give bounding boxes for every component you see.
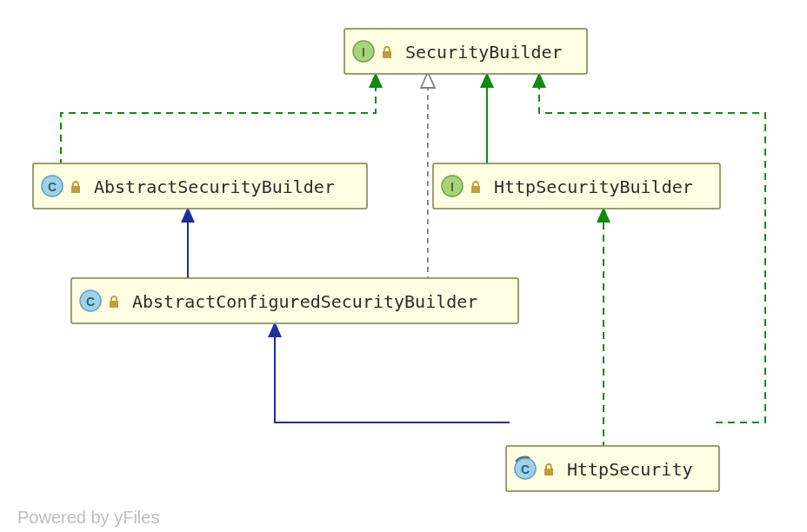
node-label: HttpSecurityBuilder (494, 176, 693, 197)
edge-httpsecuritybuilder-implements-securitybuilder (480, 72, 494, 166)
edge-httpsecurity-implements-securitybuilder (532, 72, 765, 422)
svg-text:I: I (362, 45, 365, 59)
svg-text:I: I (450, 180, 454, 194)
node-label: AbstractConfiguredSecurityBuilder (132, 291, 477, 312)
interface-icon: I (353, 41, 374, 62)
attribution-text: Powered by yFiles (17, 508, 159, 527)
interface-icon: I (442, 176, 463, 196)
class-icon: C (42, 176, 63, 196)
node-security-builder: I SecurityBuilder (344, 29, 587, 74)
class-icon: C (80, 290, 101, 311)
svg-text:C: C (521, 462, 530, 476)
node-label: AbstractSecurityBuilder (94, 176, 335, 197)
edge-abstractsecuritybuilder-implements-securitybuilder (61, 72, 383, 166)
svg-text:C: C (48, 180, 57, 194)
node-http-security: C HttpSecurity (506, 446, 719, 491)
node-abstract-configured-security-builder: C AbstractConfiguredSecurityBuilder (71, 278, 518, 323)
edge-abstractconfigured-extends-abstractsecuritybuilder (181, 207, 195, 282)
edge-httpsecurity-implements-httpsecuritybuilder (597, 207, 610, 449)
node-label: SecurityBuilder (405, 42, 563, 63)
edge-httpsecurity-extends-abstractconfigured (268, 322, 510, 422)
svg-text:C: C (86, 295, 95, 309)
node-label: HttpSecurity (567, 459, 693, 480)
class-icon: C (515, 457, 536, 479)
node-http-security-builder: I HttpSecurityBuilder (433, 163, 720, 209)
node-abstract-security-builder: C AbstractSecurityBuilder (33, 163, 367, 209)
